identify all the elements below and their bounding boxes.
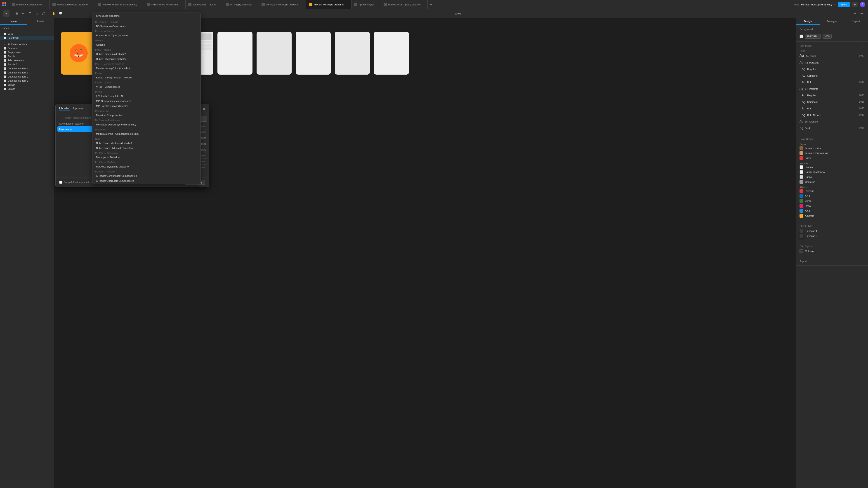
tab-netwell[interactable]: Netwell: WireFrames (trabalho) ✕ xyxy=(95,0,144,9)
tab-happy-families[interactable]: iFI Happy: Famílias ✕ xyxy=(223,0,259,9)
dropdown-item-hubba-mockups[interactable]: Hubba: mockups (trabalho) xyxy=(92,52,200,57)
bg-color-swatch[interactable] xyxy=(800,35,803,38)
mockup-card-6[interactable] xyxy=(256,32,291,74)
tab-happy-mockups[interactable]: iFI Happy: Mockups (trabalho) ✕ xyxy=(259,0,306,9)
layer-detalhes-3[interactable]: ⬜ Detalhes de item 3 xyxy=(0,70,54,74)
tab-assets[interactable]: Assets xyxy=(27,18,54,25)
modal-tab-updates[interactable]: Updates xyxy=(73,107,84,111)
pages-header[interactable]: Pages + xyxy=(0,25,54,31)
page-veral[interactable]: 📄 Veral xyxy=(0,32,54,36)
dropdown-item-hubba-styleguide[interactable]: Hubba: styleguide (trabalho) xyxy=(92,57,200,61)
dropdown-item-monitor[interactable]: Monitor de negócios (trabalho) xyxy=(92,66,200,71)
tab-maestria-components[interactable]: Maestria: Componentes ✕ xyxy=(9,0,50,9)
text-style-parainfo-regular[interactable]: Ag Regular 14/15 xyxy=(802,93,864,98)
color-furtiva[interactable]: Furtiva xyxy=(800,175,864,179)
tab-pbkids-mockups[interactable]: PBKids: Mockups (trabalho) ✕ xyxy=(306,0,351,9)
page-fast-track[interactable]: 📄 Fast track xyxy=(0,36,54,40)
layer-tela-do-evento[interactable]: ⬜ Tela do evento xyxy=(0,58,54,62)
text-tool[interactable]: T xyxy=(27,10,33,17)
text-style-regular[interactable]: Ag Regular xyxy=(802,66,864,72)
text-style-parainfo-bold-allcaps[interactable]: Ag Bold AllCaps 14/15 xyxy=(802,112,864,118)
dropdown-item-nube-styleguide[interactable]: Nube Cloud: Styleguide (trabalho) xyxy=(92,146,200,151)
color-terras-claros[interactable]: Terras e cores claros xyxy=(800,151,864,155)
ellipse-tool[interactable]: ◯ xyxy=(40,10,47,17)
mockup-card-1[interactable]: 🦊 xyxy=(61,32,96,74)
text-style-bold-2[interactable]: Ag Bold 14/15 xyxy=(800,125,864,131)
layer-splash-2[interactable]: ⬜ Splash xyxy=(0,87,54,91)
dropdown-item-keinto-design[interactable]: Keinto - Design System - Mobile xyxy=(92,75,200,80)
color-contorno[interactable]: Contorno xyxy=(800,180,864,184)
tab-puntos[interactable]: Puntos: ProtoTipos (trabalho) ✕ xyxy=(381,0,428,9)
rectangle-tool[interactable]: □ xyxy=(34,10,40,17)
share-button[interactable]: Share xyxy=(838,2,850,7)
layer-detalhes-1[interactable]: ⬜ Detalhes de item 1 xyxy=(0,79,54,83)
color-rosa[interactable]: Rosa xyxy=(800,204,864,208)
dropdown-item-puntos[interactable]: Puntos: ProtoTipos (trabalho) xyxy=(92,33,200,38)
redo-button[interactable]: ↪ xyxy=(858,10,865,17)
mockup-card-7[interactable] xyxy=(296,32,331,74)
grid-colunas[interactable]: Colunas xyxy=(800,249,864,253)
color-branco[interactable]: Branco xyxy=(800,165,864,169)
layer-sacola-2[interactable]: ⬜ Sacola 2 xyxy=(0,62,54,66)
layer-pesquise[interactable]: ⬜ Pesquise xyxy=(0,46,54,50)
color-azul[interactable]: Azul xyxy=(800,194,864,198)
dropdown-item-multiplataforma[interactable]: Multiplataforma - Componentes (Hype... xyxy=(92,131,200,136)
tab-apresentacao[interactable]: Apresentação ✕ xyxy=(351,0,381,9)
tab-prototype[interactable]: Prototype xyxy=(820,18,844,25)
color-barra[interactable]: Barra xyxy=(800,156,864,160)
color-amarelo[interactable]: Amarelo xyxy=(800,214,864,218)
text-style-parainfo-bold[interactable]: Ag Bold 14/15 xyxy=(802,106,864,111)
modal-close-button[interactable]: ✕ xyxy=(203,107,205,111)
color-verde[interactable]: Verde xyxy=(800,199,864,203)
tab-wireframes-icons[interactable]: WireFrames — Icons ✕ xyxy=(186,0,223,9)
undo-button[interactable]: ↩ xyxy=(851,10,858,17)
dropdown-item-xreader-consumidor[interactable]: XReader/Consumidor: Componentes xyxy=(92,173,200,178)
text-style-semibold[interactable]: Ag Semibold xyxy=(802,73,864,78)
add-page-button[interactable]: + xyxy=(50,26,52,30)
color-fundo-abastecido[interactable]: Fundo abastecido xyxy=(800,170,864,174)
add-text-style-button[interactable]: + xyxy=(860,44,864,49)
zoom-level[interactable]: 100% xyxy=(455,12,461,15)
text-style-pequena[interactable]: Ag T2. Pequena xyxy=(800,60,864,65)
hand-tool[interactable]: ✋ xyxy=(51,10,57,17)
dropdown-item-nube-mockups[interactable]: Nube Cloud: Mockups (trabalho) xyxy=(92,141,200,146)
color-azul-2[interactable]: Azul xyxy=(800,209,864,213)
dropdown-item-genopa[interactable]: Genopa xyxy=(92,42,200,47)
chevron-down-icon[interactable]: ▾ xyxy=(834,3,836,6)
dropdown-item-veltu[interactable]: (_Veltu) MP template JSF xyxy=(92,94,200,98)
mockup-card-8[interactable] xyxy=(335,32,370,74)
bg-opacity-input[interactable] xyxy=(823,34,832,39)
add-grid-style-button[interactable]: + xyxy=(860,245,864,249)
layer-splash-1[interactable]: ⬜ Splash xyxy=(0,83,54,87)
swap-default-checkbox[interactable] xyxy=(59,181,62,184)
tab-design[interactable]: Design xyxy=(796,18,820,25)
add-color-style-button[interactable]: + xyxy=(860,138,864,142)
mockup-card-5[interactable] xyxy=(217,32,252,74)
pen-tool[interactable]: ✒ xyxy=(20,10,26,17)
app-logo[interactable] xyxy=(0,0,9,9)
dropdown-item-mp-style[interactable]: MP: Style guide e componentes xyxy=(92,98,200,103)
bg-color-input[interactable] xyxy=(805,34,821,39)
layer-components[interactable]: ▶ ▣ Componentes xyxy=(0,42,54,46)
dropdown-item-mockups-trabalho[interactable]: Mockups — Trabalho xyxy=(92,155,200,160)
text-style-t1-titulo[interactable]: Ag T1. Titulo 14/17 xyxy=(800,53,864,59)
effect-elevacao-1[interactable]: Elevação 1 xyxy=(800,229,864,233)
tab-layers[interactable]: Layers xyxy=(0,18,27,25)
layer-detalhes-2[interactable]: ⬜ Detalhes de item 2 xyxy=(0,74,54,79)
effect-elevacao-2[interactable]: Elevação 2 xyxy=(800,234,864,238)
frame-tool[interactable]: ⊞ xyxy=(13,10,20,17)
dropdown-item-style-guide[interactable]: Style guide (Trabalho) xyxy=(92,13,200,18)
add-tab-button[interactable]: + xyxy=(428,2,434,6)
dropdown-item-xreader-operador[interactable]: XReader/Operador: Componentes xyxy=(92,178,200,183)
tab-inspect[interactable]: Inspect xyxy=(844,18,868,25)
color-primaria[interactable]: Primaria xyxy=(800,189,864,193)
text-style-14-parainfo[interactable]: Ag 14. Parainfo xyxy=(800,86,864,91)
tab-wireframes-hyper[interactable]: WireFrames Hypervisual ✕ xyxy=(144,0,185,9)
comment-tool[interactable]: 💬 xyxy=(57,10,64,17)
layer-detalhes-4[interactable]: ⬜ Detalhes de item 4 xyxy=(0,66,54,70)
text-style-16-granola[interactable]: Ag 16. Granola xyxy=(800,119,864,124)
cursor-tool[interactable]: ↖ xyxy=(3,10,9,17)
add-effect-style-button[interactable]: + xyxy=(860,225,864,229)
layer-empty-state[interactable]: ⬜ Empty state xyxy=(0,50,54,54)
text-style-bold[interactable]: Ag Bold 12/12 xyxy=(802,80,864,85)
